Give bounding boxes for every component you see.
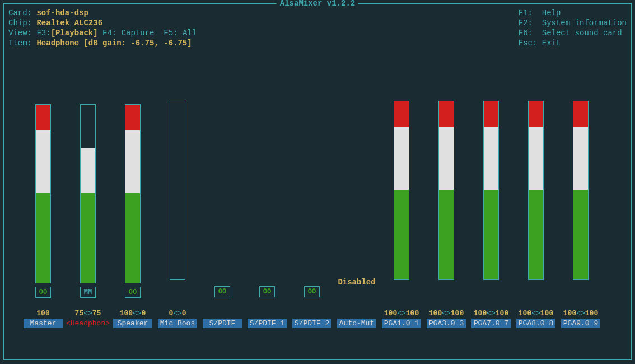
help-f1: F1: Help bbox=[519, 8, 627, 17]
volume-bar[interactable] bbox=[80, 104, 96, 283]
channel-label[interactable]: PGA9.0 9 bbox=[561, 319, 600, 328]
channel-Mic-Boost[interactable]: 0<>0Mic Boos bbox=[155, 101, 200, 328]
bar-spacer bbox=[349, 100, 365, 279]
channel-label[interactable]: Auto-Mut bbox=[337, 319, 376, 328]
mute-indicator[interactable]: MM bbox=[80, 287, 96, 298]
disabled-text: Disabled bbox=[338, 278, 375, 287]
view-f5[interactable]: F5: All bbox=[159, 29, 197, 38]
channel-PGA8.0[interactable]: 100<>100PGA8.0 8 bbox=[513, 101, 558, 328]
channel-SPDIF-2[interactable]: OOS/PDIF 2 bbox=[290, 104, 334, 328]
volume-bar[interactable] bbox=[35, 104, 51, 283]
channel-label[interactable]: Speaker bbox=[113, 319, 152, 328]
mute-indicator[interactable]: OO bbox=[214, 286, 230, 297]
channel-Speaker[interactable]: OO100<>0Speaker bbox=[110, 104, 155, 328]
volume-value: 100<>100 bbox=[563, 309, 598, 318]
header: Card: sof-hda-dsp Chip: Realtek ALC236 V… bbox=[4, 4, 631, 48]
bar-spacer bbox=[304, 104, 320, 283]
chip-label: Chip: bbox=[8, 18, 36, 27]
volume-bar[interactable] bbox=[125, 104, 141, 283]
volume-value: 100<>100 bbox=[474, 309, 508, 318]
item-label: Item: bbox=[8, 39, 36, 48]
channel-SPDIF[interactable]: OOS/PDIF bbox=[200, 104, 245, 328]
channel-label[interactable]: S/PDIF 1 bbox=[248, 319, 287, 328]
channel-label[interactable]: PGA8.0 8 bbox=[516, 319, 555, 328]
info-right: F1: Help F2: System information F6: Sele… bbox=[519, 8, 627, 48]
channel-PGA3.0[interactable]: 100<>100PGA3.0 3 bbox=[424, 101, 469, 328]
alsamixer-window: AlsaMixer v1.2.2 Card: sof-hda-dsp Chip:… bbox=[3, 3, 632, 360]
mute-indicator[interactable]: OO bbox=[304, 286, 320, 297]
channel-PGA1.0[interactable]: 100<>100PGA1.0 1 bbox=[379, 101, 424, 328]
view-f4[interactable]: F4: Capture bbox=[98, 29, 159, 38]
volume-bar[interactable] bbox=[394, 101, 409, 280]
volume-value: 100<>100 bbox=[384, 309, 419, 318]
help-esc: Esc: Exit bbox=[519, 39, 627, 48]
mute-indicator[interactable]: OO bbox=[259, 286, 275, 297]
mixer-area: OO100MasterMM75<>75<Headphon>OO100<>0Spe… bbox=[4, 94, 631, 328]
bar-spacer bbox=[214, 104, 230, 283]
volume-value: 100 bbox=[36, 309, 49, 318]
channel-Headphone[interactable]: MM75<>75<Headphon> bbox=[66, 104, 110, 328]
channel-label[interactable]: PGA3.0 3 bbox=[427, 319, 466, 328]
view-playback[interactable]: [Playback] bbox=[51, 29, 98, 38]
channel-label[interactable]: S/PDIF 2 bbox=[292, 319, 331, 328]
view-label: View: bbox=[8, 29, 36, 38]
channel-label[interactable]: Master bbox=[24, 319, 63, 328]
volume-value: 100<>0 bbox=[120, 309, 146, 318]
channel-PGA9.0[interactable]: 100<>100PGA9.0 9 bbox=[558, 101, 603, 328]
item-row: Item: Headphone [dB gain: -6.75, -6.75] bbox=[8, 39, 197, 48]
channel-Auto-Mute[interactable]: DisabledAuto-Mut bbox=[334, 100, 379, 328]
card-label: Card: bbox=[8, 8, 36, 17]
info-left: Card: sof-hda-dsp Chip: Realtek ALC236 V… bbox=[8, 8, 197, 48]
channel-label[interactable]: PGA1.0 1 bbox=[382, 319, 421, 328]
channel-label[interactable]: S/PDIF bbox=[203, 319, 242, 328]
card-value: sof-hda-dsp bbox=[36, 8, 88, 17]
volume-value: 100<>100 bbox=[519, 309, 553, 318]
channel-label[interactable]: Mic Boos bbox=[158, 319, 197, 328]
channel-PGA7.0[interactable]: 100<>100PGA7.0 7 bbox=[469, 101, 513, 328]
volume-bar[interactable] bbox=[528, 101, 544, 280]
help-f2: F2: System information bbox=[519, 18, 627, 27]
volume-bar[interactable] bbox=[573, 101, 589, 280]
channel-SPDIF-1[interactable]: OOS/PDIF 1 bbox=[245, 104, 290, 328]
volume-bar[interactable] bbox=[170, 101, 185, 280]
mute-indicator[interactable]: OO bbox=[125, 287, 141, 298]
channel-Master[interactable]: OO100Master bbox=[21, 104, 66, 328]
view-row: View: F3:[Playback] F4: Capture F5: All bbox=[8, 29, 197, 38]
card-row: Card: sof-hda-dsp bbox=[8, 8, 197, 17]
window-title: AlsaMixer v1.2.2 bbox=[277, 0, 358, 8]
volume-bar[interactable] bbox=[483, 101, 499, 280]
view-f3[interactable]: F3: bbox=[36, 29, 50, 38]
item-value: Headphone [dB gain: -6.75, -6.75] bbox=[36, 39, 192, 48]
volume-bar[interactable] bbox=[438, 101, 454, 280]
volume-value: 0<>0 bbox=[169, 309, 186, 318]
channel-label[interactable]: <Headphon> bbox=[65, 319, 111, 328]
volume-value: 75<>75 bbox=[75, 309, 101, 318]
help-f6: F6: Select sound card bbox=[519, 29, 627, 38]
bar-spacer bbox=[259, 104, 275, 283]
chip-row: Chip: Realtek ALC236 bbox=[8, 18, 197, 27]
volume-value: 100<>100 bbox=[429, 309, 464, 318]
mute-indicator[interactable]: OO bbox=[35, 287, 51, 298]
chip-value: Realtek ALC236 bbox=[36, 18, 102, 27]
channel-label[interactable]: PGA7.0 7 bbox=[471, 319, 511, 328]
